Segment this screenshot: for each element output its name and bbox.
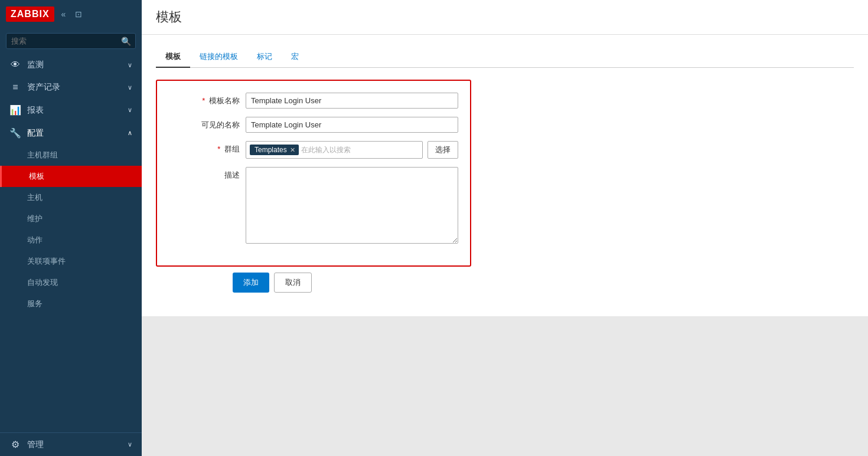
tab-linked-templates[interactable]: 链接的模板 (190, 47, 247, 68)
sidebar-item-hosts-label: 主机 (27, 193, 43, 202)
templates-tag-badge: Templates ✕ (250, 145, 299, 155)
groups-control: Templates ✕ 在此输入以搜索 选择 (246, 141, 458, 159)
visible-name-row: 可见的名称 (169, 117, 458, 133)
template-name-row: * 模板名称 (169, 93, 458, 109)
sidebar-bottom: ⚙ 管理 ∨ (0, 432, 142, 456)
sidebar-item-auto-discovery-label: 自动发现 (27, 278, 58, 287)
sidebar: ZABBIX « ⊡ 🔍 👁 监测 ∨ ≡ 资产记录 ∨ 📊 报表 ∨ 🔧 配置 (0, 0, 142, 456)
sidebar-item-auto-discovery[interactable]: 自动发现 (0, 272, 142, 293)
sidebar-item-services-label: 服务 (27, 299, 43, 308)
visible-name-input[interactable] (246, 117, 458, 133)
chevron-down-icon: ∨ (128, 441, 132, 448)
sidebar-item-maintenance[interactable]: 维护 (0, 208, 142, 229)
sidebar-item-monitor[interactable]: 👁 监测 ∨ (0, 54, 142, 76)
groups-row: * 群组 Templates ✕ 在此输入以搜索 选择 (169, 141, 458, 159)
form-container: * 模板名称 可见的名称 * 群组 (156, 80, 471, 267)
description-row: 描述 (169, 167, 458, 245)
sidebar-item-corr-events[interactable]: 关联项事件 (0, 251, 142, 272)
config-icon: 🔧 (9, 127, 21, 139)
sidebar-item-host-groups[interactable]: 主机群组 (0, 145, 142, 166)
tab-tags[interactable]: 标记 (247, 47, 282, 68)
tag-close-icon[interactable]: ✕ (290, 146, 295, 154)
sidebar-item-maintenance-label: 维护 (27, 214, 43, 223)
search-container: 🔍 (0, 28, 142, 54)
required-marker: * (202, 96, 205, 105)
template-name-input[interactable] (246, 93, 458, 109)
required-marker-groups: * (217, 145, 220, 153)
sidebar-item-templates-label: 模板 (29, 172, 44, 181)
sidebar-item-config-label: 配置 (27, 128, 44, 139)
chevron-up-icon: ∧ (128, 129, 132, 137)
description-label: 描述 (169, 167, 240, 181)
template-name-label: * 模板名称 (169, 93, 240, 106)
sidebar-item-actions-label: 动作 (27, 235, 43, 244)
sidebar-item-reports[interactable]: 📊 报表 ∨ (0, 99, 142, 122)
page-header: 模板 (142, 0, 868, 35)
admin-icon: ⚙ (9, 439, 21, 450)
sidebar-item-config[interactable]: 🔧 配置 ∧ (0, 122, 142, 145)
tag-label: Templates (254, 146, 287, 154)
sidebar-item-services[interactable]: 服务 (0, 293, 142, 314)
tags-input-area[interactable]: Templates ✕ 在此输入以搜索 (246, 141, 423, 159)
tabs-bar: 模板 链接的模板 标记 宏 (156, 47, 854, 68)
add-button[interactable]: 添加 (233, 273, 269, 293)
sidebar-item-monitor-label: 监测 (27, 60, 44, 70)
nav-section: 👁 监测 ∨ ≡ 资产记录 ∨ 📊 报表 ∨ 🔧 配置 ∧ 主机群组 模板 主机 (0, 54, 142, 314)
assets-icon: ≡ (9, 82, 21, 93)
action-buttons: 添加 取消 (156, 273, 854, 293)
page-title: 模板 (156, 8, 854, 26)
sidebar-item-templates[interactable]: 模板 (0, 166, 142, 187)
expand-icon[interactable]: ⊡ (73, 8, 84, 20)
reports-icon: 📊 (9, 104, 21, 116)
sidebar-item-corr-events-label: 关联项事件 (27, 257, 66, 265)
sidebar-item-host-groups-label: 主机群组 (27, 150, 58, 159)
group-field-wrapper: Templates ✕ 在此输入以搜索 选择 (246, 141, 458, 159)
bottom-area (142, 316, 868, 456)
sidebar-item-reports-label: 报表 (27, 105, 44, 116)
groups-label: * 群组 (169, 141, 240, 155)
chevron-down-icon: ∨ (128, 61, 132, 69)
cancel-button[interactable]: 取消 (274, 273, 312, 293)
select-button[interactable]: 选择 (428, 141, 458, 159)
sidebar-item-assets-label: 资产记录 (27, 82, 60, 93)
monitor-icon: 👁 (9, 60, 21, 70)
main-content: 模板 模板 链接的模板 标记 宏 * 模板名称 (142, 0, 868, 456)
tab-macros[interactable]: 宏 (282, 47, 308, 68)
chevron-down-icon: ∨ (128, 106, 132, 114)
chevron-down-icon: ∨ (128, 84, 132, 91)
tab-template[interactable]: 模板 (156, 47, 190, 68)
sidebar-item-admin-label: 管理 (27, 439, 44, 450)
search-input[interactable] (6, 33, 136, 49)
description-textarea[interactable] (246, 167, 458, 244)
sidebar-header: ZABBIX « ⊡ (0, 0, 142, 28)
sidebar-item-hosts[interactable]: 主机 (0, 187, 142, 208)
description-control (246, 167, 458, 245)
template-name-control (246, 93, 458, 109)
visible-name-label: 可见的名称 (169, 117, 240, 130)
content-wrapper: 模板 链接的模板 标记 宏 * 模板名称 可见的名称 (142, 35, 868, 316)
sidebar-item-assets[interactable]: ≡ 资产记录 ∨ (0, 76, 142, 99)
group-search-hint: 在此输入以搜索 (301, 145, 351, 155)
sidebar-item-admin[interactable]: ⚙ 管理 ∨ (0, 433, 142, 456)
zabbix-logo: ZABBIX (6, 6, 54, 22)
visible-name-control (246, 117, 458, 133)
collapse-icon[interactable]: « (59, 8, 68, 20)
sidebar-item-actions[interactable]: 动作 (0, 229, 142, 251)
